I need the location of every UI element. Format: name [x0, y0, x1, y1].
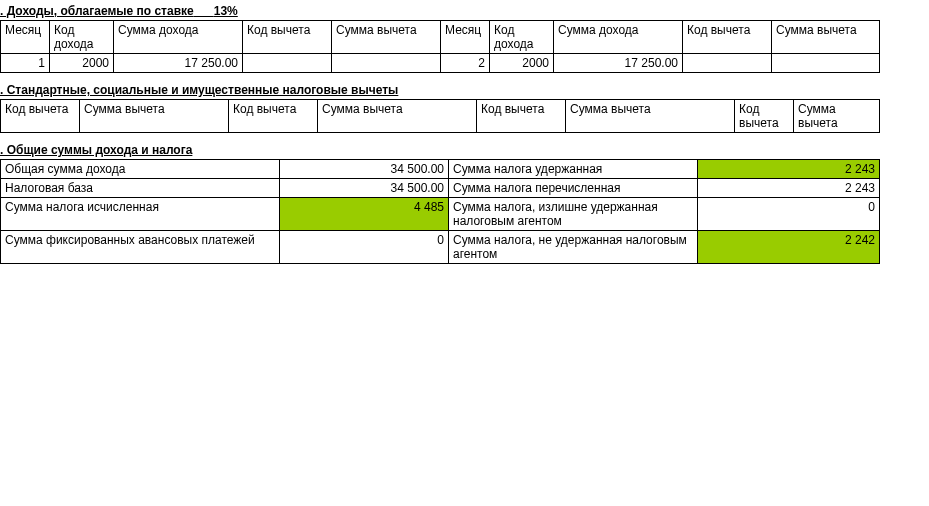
col-inc-sum2: Сумма дохода — [554, 21, 683, 54]
cell-ded-code2 — [683, 54, 772, 73]
totals-row-1: Общая сумма дохода 34 500.00 Сумма налог… — [1, 160, 880, 179]
cell-ded-code — [243, 54, 332, 73]
cell-ded-sum2 — [772, 54, 880, 73]
tax-excess-label: Сумма налога, излишне удержанная налогов… — [449, 198, 698, 231]
col-inc-code: Код дохода — [50, 21, 114, 54]
total-income-label: Общая сумма дохода — [1, 160, 280, 179]
d-col8: Сумма вычета — [794, 100, 880, 133]
section3-title-text: . Доходы, облагаемые по ставке — [0, 4, 194, 18]
tax-base-val: 34 500.00 — [280, 179, 449, 198]
tax-calc-label: Сумма налога исчисленная — [1, 198, 280, 231]
d-col2: Сумма вычета — [80, 100, 229, 133]
income-table-row: 1 2000 17 250.00 2 2000 17 250.00 — [1, 54, 880, 73]
tax-excess-val: 0 — [698, 198, 880, 231]
col-ded-code2: Код вычета — [683, 21, 772, 54]
section4-title: . Стандартные, социальные и имущественны… — [0, 79, 929, 99]
col-month2: Месяц — [441, 21, 490, 54]
cell-inc-code2: 2000 — [490, 54, 554, 73]
d-col4: Сумма вычета — [318, 100, 477, 133]
cell-inc-sum: 17 250.00 — [114, 54, 243, 73]
section3-title: . Доходы, облагаемые по ставке 13% — [0, 0, 929, 20]
totals-table: Общая сумма дохода 34 500.00 Сумма налог… — [0, 159, 880, 264]
totals-row-3: Сумма налога исчисленная 4 485 Сумма нал… — [1, 198, 880, 231]
cell-month2: 2 — [441, 54, 490, 73]
col-ded-sum2: Сумма вычета — [772, 21, 880, 54]
tax-base-label: Налоговая база — [1, 179, 280, 198]
d-col7: Код вычета — [735, 100, 794, 133]
deductions-table: Код вычета Сумма вычета Код вычета Сумма… — [0, 99, 880, 133]
col-inc-sum: Сумма дохода — [114, 21, 243, 54]
cell-inc-code: 2000 — [50, 54, 114, 73]
tax-transferred-val: 2 243 — [698, 179, 880, 198]
d-col1: Код вычета — [1, 100, 80, 133]
section5-title: . Общие суммы дохода и налога — [0, 139, 929, 159]
tax-calc-val: 4 485 — [280, 198, 449, 231]
totals-row-2: Налоговая база 34 500.00 Сумма налога пе… — [1, 179, 880, 198]
income-table: Месяц Код дохода Сумма дохода Код вычета… — [0, 20, 880, 73]
tax-withheld-label: Сумма налога удержанная — [449, 160, 698, 179]
d-col3: Код вычета — [229, 100, 318, 133]
col-month: Месяц — [1, 21, 50, 54]
col-ded-code: Код вычета — [243, 21, 332, 54]
fixed-adv-val: 0 — [280, 231, 449, 264]
totals-row-4: Сумма фиксированных авансовых платежей 0… — [1, 231, 880, 264]
col-ded-sum: Сумма вычета — [332, 21, 441, 54]
tax-transferred-label: Сумма налога перечисленная — [449, 179, 698, 198]
section3-rate: 13% — [214, 4, 238, 18]
tax-withheld-val: 2 243 — [698, 160, 880, 179]
income-table-header: Месяц Код дохода Сумма дохода Код вычета… — [1, 21, 880, 54]
cell-ded-sum — [332, 54, 441, 73]
d-col5: Код вычета — [477, 100, 566, 133]
deductions-table-header: Код вычета Сумма вычета Код вычета Сумма… — [1, 100, 880, 133]
col-inc-code2: Код дохода — [490, 21, 554, 54]
total-income-val: 34 500.00 — [280, 160, 449, 179]
d-col6: Сумма вычета — [566, 100, 735, 133]
tax-not-withheld-label: Сумма налога, не удержанная налоговым аг… — [449, 231, 698, 264]
tax-not-withheld-val: 2 242 — [698, 231, 880, 264]
cell-month: 1 — [1, 54, 50, 73]
cell-inc-sum2: 17 250.00 — [554, 54, 683, 73]
fixed-adv-label: Сумма фиксированных авансовых платежей — [1, 231, 280, 264]
